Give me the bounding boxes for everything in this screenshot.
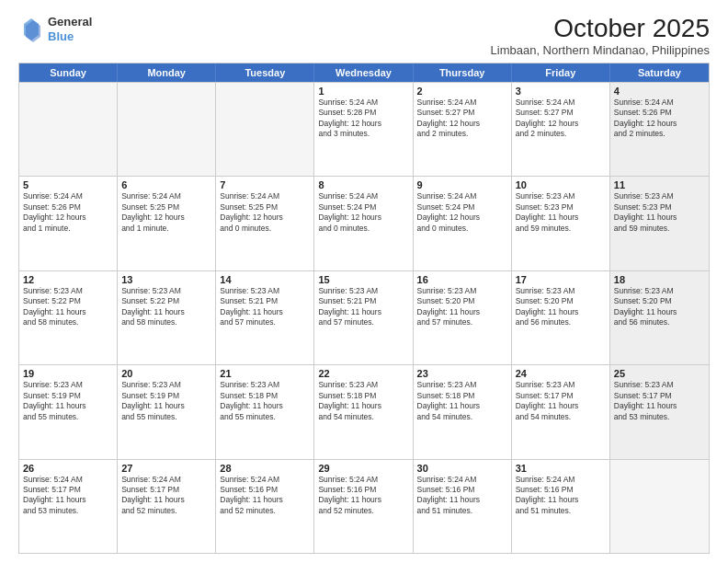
- title-block: October 2025 Limbaan, Northern Mindanao,…: [491, 15, 710, 57]
- page: General Blue October 2025 Limbaan, North…: [0, 0, 728, 563]
- day-info: Sunrise: 5:24 AM Sunset: 5:16 PM Dayligh…: [318, 475, 408, 517]
- day-number: 31: [516, 463, 606, 474]
- day-cell-6: 6Sunrise: 5:24 AM Sunset: 5:25 PM Daylig…: [118, 177, 216, 270]
- day-number: 16: [417, 274, 507, 285]
- day-number: 22: [318, 368, 408, 379]
- day-info: Sunrise: 5:23 AM Sunset: 5:17 PM Dayligh…: [614, 380, 705, 422]
- calendar-header: SundayMondayTuesdayWednesdayThursdayFrid…: [19, 63, 709, 82]
- day-number: 11: [614, 179, 705, 190]
- empty-cell: [118, 83, 216, 176]
- weekday-header-tuesday: Tuesday: [216, 63, 314, 82]
- day-cell-2: 2Sunrise: 5:24 AM Sunset: 5:27 PM Daylig…: [414, 83, 512, 176]
- day-number: 10: [516, 179, 606, 190]
- day-info: Sunrise: 5:23 AM Sunset: 5:17 PM Dayligh…: [516, 380, 606, 422]
- day-cell-8: 8Sunrise: 5:24 AM Sunset: 5:24 PM Daylig…: [314, 177, 413, 270]
- day-cell-9: 9Sunrise: 5:24 AM Sunset: 5:24 PM Daylig…: [414, 177, 512, 270]
- day-cell-27: 27Sunrise: 5:24 AM Sunset: 5:17 PM Dayli…: [118, 460, 216, 553]
- empty-cell: [19, 83, 118, 176]
- day-number: 23: [417, 368, 507, 379]
- day-info: Sunrise: 5:24 AM Sunset: 5:24 PM Dayligh…: [318, 191, 408, 234]
- empty-cell: [610, 460, 709, 553]
- day-cell-18: 18Sunrise: 5:23 AM Sunset: 5:20 PM Dayli…: [610, 271, 709, 364]
- day-info: Sunrise: 5:23 AM Sunset: 5:20 PM Dayligh…: [516, 286, 606, 328]
- day-info: Sunrise: 5:23 AM Sunset: 5:21 PM Dayligh…: [220, 286, 310, 328]
- day-number: 19: [23, 368, 113, 379]
- day-number: 14: [220, 274, 310, 285]
- day-cell-31: 31Sunrise: 5:24 AM Sunset: 5:16 PM Dayli…: [512, 460, 610, 553]
- day-number: 9: [417, 179, 507, 190]
- day-number: 2: [417, 86, 507, 97]
- weekday-header-monday: Monday: [118, 63, 216, 82]
- day-info: Sunrise: 5:24 AM Sunset: 5:16 PM Dayligh…: [220, 475, 310, 517]
- week-row-0: 1Sunrise: 5:24 AM Sunset: 5:28 PM Daylig…: [19, 82, 709, 176]
- day-number: 6: [121, 179, 211, 190]
- day-cell-26: 26Sunrise: 5:24 AM Sunset: 5:17 PM Dayli…: [19, 460, 118, 553]
- day-info: Sunrise: 5:24 AM Sunset: 5:25 PM Dayligh…: [220, 191, 310, 234]
- day-info: Sunrise: 5:24 AM Sunset: 5:17 PM Dayligh…: [121, 475, 211, 517]
- logo-line2: Blue: [48, 29, 92, 44]
- day-info: Sunrise: 5:24 AM Sunset: 5:27 PM Dayligh…: [417, 98, 507, 140]
- day-info: Sunrise: 5:24 AM Sunset: 5:26 PM Dayligh…: [614, 98, 705, 140]
- day-cell-22: 22Sunrise: 5:23 AM Sunset: 5:18 PM Dayli…: [314, 365, 413, 458]
- calendar-body: 1Sunrise: 5:24 AM Sunset: 5:28 PM Daylig…: [19, 82, 709, 553]
- weekday-header-sunday: Sunday: [19, 63, 118, 82]
- day-cell-11: 11Sunrise: 5:23 AM Sunset: 5:23 PM Dayli…: [610, 177, 709, 270]
- day-info: Sunrise: 5:24 AM Sunset: 5:27 PM Dayligh…: [516, 98, 606, 140]
- day-number: 29: [318, 463, 408, 474]
- day-info: Sunrise: 5:24 AM Sunset: 5:16 PM Dayligh…: [417, 475, 507, 517]
- day-number: 13: [121, 274, 211, 285]
- logo-icon: [18, 17, 44, 42]
- day-info: Sunrise: 5:23 AM Sunset: 5:18 PM Dayligh…: [417, 380, 507, 422]
- logo-line1: General: [48, 15, 92, 29]
- day-number: 25: [614, 368, 705, 379]
- logo-text: General Blue: [48, 15, 92, 43]
- day-number: 12: [23, 274, 113, 285]
- day-number: 1: [318, 86, 408, 97]
- day-info: Sunrise: 5:23 AM Sunset: 5:22 PM Dayligh…: [23, 286, 113, 328]
- day-info: Sunrise: 5:24 AM Sunset: 5:16 PM Dayligh…: [516, 475, 606, 517]
- day-cell-30: 30Sunrise: 5:24 AM Sunset: 5:16 PM Dayli…: [414, 460, 512, 553]
- day-info: Sunrise: 5:23 AM Sunset: 5:23 PM Dayligh…: [516, 191, 606, 234]
- empty-cell: [216, 83, 314, 176]
- day-number: 4: [614, 86, 705, 97]
- day-number: 5: [23, 179, 113, 190]
- day-cell-28: 28Sunrise: 5:24 AM Sunset: 5:16 PM Dayli…: [216, 460, 314, 553]
- day-number: 18: [614, 274, 705, 285]
- day-cell-15: 15Sunrise: 5:23 AM Sunset: 5:21 PM Dayli…: [314, 271, 413, 364]
- day-info: Sunrise: 5:23 AM Sunset: 5:19 PM Dayligh…: [121, 380, 211, 422]
- day-number: 30: [417, 463, 507, 474]
- day-info: Sunrise: 5:23 AM Sunset: 5:23 PM Dayligh…: [614, 191, 705, 234]
- week-row-2: 12Sunrise: 5:23 AM Sunset: 5:22 PM Dayli…: [19, 270, 709, 364]
- day-info: Sunrise: 5:23 AM Sunset: 5:20 PM Dayligh…: [417, 286, 507, 328]
- day-number: 21: [220, 368, 310, 379]
- day-cell-3: 3Sunrise: 5:24 AM Sunset: 5:27 PM Daylig…: [512, 83, 610, 176]
- day-number: 26: [23, 463, 113, 474]
- week-row-4: 26Sunrise: 5:24 AM Sunset: 5:17 PM Dayli…: [19, 459, 709, 553]
- day-number: 17: [516, 274, 606, 285]
- week-row-1: 5Sunrise: 5:24 AM Sunset: 5:26 PM Daylig…: [19, 176, 709, 270]
- day-cell-16: 16Sunrise: 5:23 AM Sunset: 5:20 PM Dayli…: [414, 271, 512, 364]
- day-number: 27: [121, 463, 211, 474]
- day-cell-12: 12Sunrise: 5:23 AM Sunset: 5:22 PM Dayli…: [19, 271, 118, 364]
- day-info: Sunrise: 5:24 AM Sunset: 5:26 PM Dayligh…: [23, 191, 113, 234]
- day-cell-21: 21Sunrise: 5:23 AM Sunset: 5:18 PM Dayli…: [216, 365, 314, 458]
- day-number: 3: [516, 86, 606, 97]
- day-cell-14: 14Sunrise: 5:23 AM Sunset: 5:21 PM Dayli…: [216, 271, 314, 364]
- day-cell-19: 19Sunrise: 5:23 AM Sunset: 5:19 PM Dayli…: [19, 365, 118, 458]
- day-info: Sunrise: 5:23 AM Sunset: 5:22 PM Dayligh…: [121, 286, 211, 328]
- day-number: 7: [220, 179, 310, 190]
- day-cell-7: 7Sunrise: 5:24 AM Sunset: 5:25 PM Daylig…: [216, 177, 314, 270]
- day-cell-29: 29Sunrise: 5:24 AM Sunset: 5:16 PM Dayli…: [314, 460, 413, 553]
- day-info: Sunrise: 5:24 AM Sunset: 5:25 PM Dayligh…: [121, 191, 211, 234]
- day-info: Sunrise: 5:23 AM Sunset: 5:18 PM Dayligh…: [220, 380, 310, 422]
- day-cell-1: 1Sunrise: 5:24 AM Sunset: 5:28 PM Daylig…: [314, 83, 413, 176]
- day-cell-17: 17Sunrise: 5:23 AM Sunset: 5:20 PM Dayli…: [512, 271, 610, 364]
- calendar: SundayMondayTuesdayWednesdayThursdayFrid…: [18, 63, 710, 554]
- day-info: Sunrise: 5:23 AM Sunset: 5:21 PM Dayligh…: [318, 286, 408, 328]
- header: General Blue October 2025 Limbaan, North…: [18, 15, 710, 57]
- weekday-header-wednesday: Wednesday: [314, 63, 413, 82]
- day-number: 24: [516, 368, 606, 379]
- day-info: Sunrise: 5:24 AM Sunset: 5:28 PM Dayligh…: [318, 98, 408, 140]
- day-cell-5: 5Sunrise: 5:24 AM Sunset: 5:26 PM Daylig…: [19, 177, 118, 270]
- day-cell-13: 13Sunrise: 5:23 AM Sunset: 5:22 PM Dayli…: [118, 271, 216, 364]
